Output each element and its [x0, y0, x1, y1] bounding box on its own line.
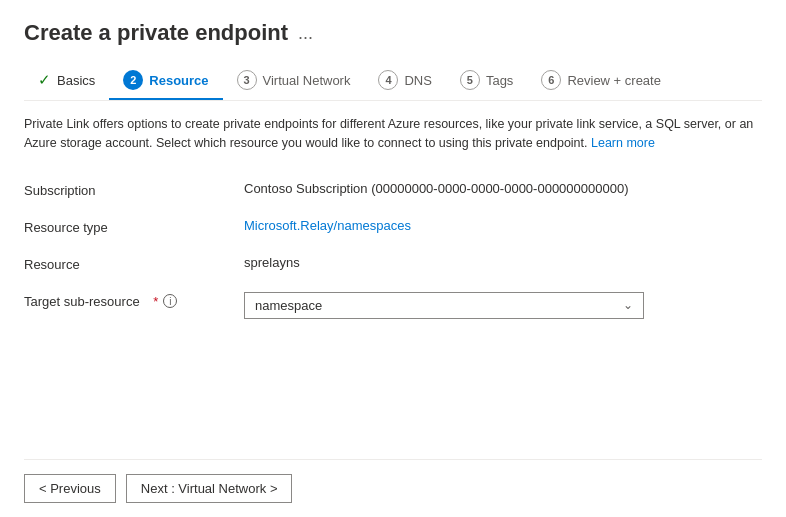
tab-virtual-network[interactable]: 3 Virtual Network: [223, 62, 365, 100]
tab-tags[interactable]: 5 Tags: [446, 62, 527, 100]
ellipsis-menu-icon[interactable]: ...: [298, 23, 313, 44]
resource-type-label: Resource type: [24, 218, 244, 235]
tab-review-create-label: Review + create: [567, 73, 661, 88]
tab-basics-label: Basics: [57, 73, 95, 88]
required-indicator: *: [153, 294, 158, 309]
resource-type-value[interactable]: Microsoft.Relay/namespaces: [244, 218, 411, 233]
next-button[interactable]: Next : Virtual Network >: [126, 474, 293, 503]
target-sub-resource-row: Target sub-resource * i namespace ⌄: [24, 282, 762, 329]
info-icon[interactable]: i: [163, 294, 177, 308]
tab-review-create-number: 6: [541, 70, 561, 90]
tab-resource-label: Resource: [149, 73, 208, 88]
previous-button[interactable]: < Previous: [24, 474, 116, 503]
tab-resource-number: 2: [123, 70, 143, 90]
tab-dns-label: DNS: [404, 73, 431, 88]
tab-virtual-network-number: 3: [237, 70, 257, 90]
wizard-tabs: ✓ Basics 2 Resource 3 Virtual Network 4 …: [24, 62, 762, 101]
form-section: Subscription Contoso Subscription (00000…: [24, 171, 762, 329]
footer: < Previous Next : Virtual Network >: [24, 459, 762, 517]
subscription-label: Subscription: [24, 181, 244, 198]
tab-dns[interactable]: 4 DNS: [364, 62, 445, 100]
tab-basics[interactable]: ✓ Basics: [24, 63, 109, 99]
chevron-down-icon: ⌄: [623, 298, 633, 312]
check-icon: ✓: [38, 71, 51, 89]
tab-tags-label: Tags: [486, 73, 513, 88]
resource-label: Resource: [24, 255, 244, 272]
dropdown-value: namespace: [255, 298, 322, 313]
resource-type-row: Resource type Microsoft.Relay/namespaces: [24, 208, 762, 245]
tab-resource[interactable]: 2 Resource: [109, 62, 222, 100]
subscription-value: Contoso Subscription (00000000-0000-0000…: [244, 181, 629, 196]
tab-review-create[interactable]: 6 Review + create: [527, 62, 675, 100]
target-sub-resource-dropdown[interactable]: namespace ⌄: [244, 292, 644, 319]
subscription-row: Subscription Contoso Subscription (00000…: [24, 171, 762, 208]
resource-row: Resource sprelayns: [24, 245, 762, 282]
tab-tags-number: 5: [460, 70, 480, 90]
description-text: Private Link offers options to create pr…: [24, 115, 762, 153]
page-title: Create a private endpoint: [24, 20, 288, 46]
learn-more-link[interactable]: Learn more: [591, 136, 655, 150]
tab-dns-number: 4: [378, 70, 398, 90]
resource-value: sprelayns: [244, 255, 300, 270]
tab-virtual-network-label: Virtual Network: [263, 73, 351, 88]
target-sub-resource-label: Target sub-resource * i: [24, 292, 244, 309]
